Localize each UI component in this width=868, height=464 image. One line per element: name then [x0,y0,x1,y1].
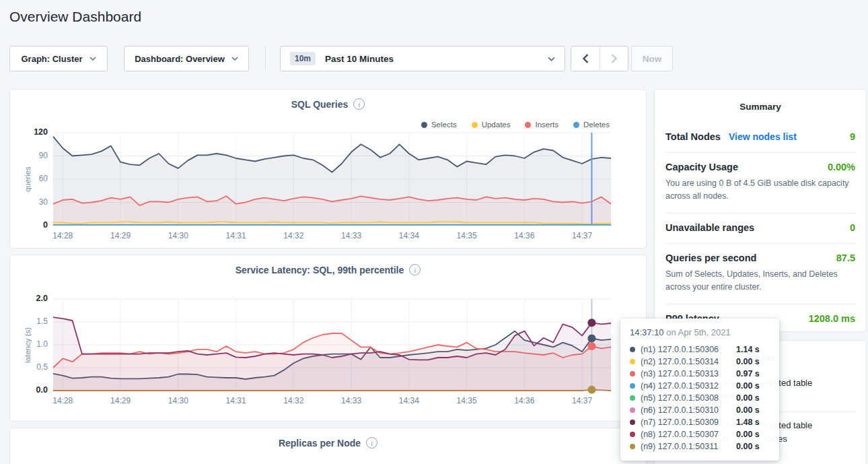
info-icon[interactable]: i [409,264,421,275]
tooltip-node-label: (n6) 127.0.0.1:50310 [641,405,736,415]
legend-dot-icon [525,122,531,128]
y-axis-tick: 0 [18,220,48,230]
legend-item-deletes[interactable]: Deletes [573,121,610,129]
tooltip-node-label: (n1) 127.0.0.1:50306 [641,345,736,354]
x-axis-tick: 14:31 [217,396,255,405]
summary-row: Capacity Usage0.00%You are using 0 B of … [665,153,855,213]
node-color-dot-icon [630,347,635,352]
dashboard-dropdown-label: Dashboard: Overview [135,54,225,64]
time-range-dropdown[interactable]: 10m Past 10 Minutes [280,46,565,71]
summary-row-main: Total NodesView nodes list9 [665,131,855,142]
summary-row-value: 0.00% [828,162,855,172]
legend-item-updates[interactable]: Updates [472,121,511,129]
time-prev-button[interactable] [571,46,600,71]
graph-dropdown[interactable]: Graph: Cluster [9,46,108,71]
x-axis-tick: 14:36 [505,396,543,405]
legend-label: Deletes [583,121,610,129]
legend-dot-icon [421,122,427,128]
y-axis-tick: 90 [18,151,48,160]
x-axis-tick: 14:37 [563,231,601,240]
summary-row-description: You are using 0 B of 4.5 GiB usable disk… [665,177,855,203]
summary-row-main: Unavailable ranges0 [665,222,855,233]
replicas-per-node-card: Replicas per Node i [9,428,647,464]
service-latency-plot[interactable] [53,299,611,391]
tooltip-node-row: (n7) 127.0.0.1:503091.48 s [630,416,770,428]
tooltip-timestamp: 14:37:10 on Apr 5th, 2021 [630,327,770,337]
chart-hover-tooltip: 14:37:10 on Apr 5th, 2021 (n1) 127.0.0.1… [620,319,779,461]
legend-item-selects[interactable]: Selects [421,121,457,129]
summary-title: Summary [655,90,866,112]
chevron-right-icon [611,54,617,63]
legend-label: Updates [482,121,511,129]
x-axis-tick: 14:34 [390,396,428,405]
tooltip-node-label: (n8) 127.0.0.1:50307 [641,430,736,439]
tooltip-node-row: (n5) 127.0.0.1:503080.00 s [630,392,770,404]
time-next-button[interactable] [600,46,628,71]
dashboard-dropdown[interactable]: Dashboard: Overview [124,46,249,71]
tooltip-node-row: (n2) 127.0.0.1:503140.00 s [630,356,770,368]
summary-row-value: 9 [850,131,855,142]
chevron-down-icon [548,57,555,61]
chart-title-sql-queries: SQL Queries [291,99,349,110]
tooltip-node-value: 0.97 s [736,369,760,378]
node-color-dot-icon [630,371,635,376]
summary-row: Total NodesView nodes list9 [665,123,855,153]
summary-row-main: Queries per second87.5 [665,253,855,263]
x-axis-tick: 14:32 [275,231,312,240]
node-color-dot-icon [630,407,635,413]
x-axis-tick: 14:31 [217,231,255,240]
tooltip-node-value: 1.14 s [736,345,760,354]
service-latency-card: Service Latency: SQL, 99th percentile i … [9,255,647,422]
summary-row-value: 87.5 [836,253,855,263]
legend-dot-icon [472,122,478,128]
now-button[interactable]: Now [631,46,673,71]
summary-row-main: Capacity Usage0.00% [665,162,855,172]
y-axis-tick: 60 [18,174,48,183]
graph-dropdown-label: Graph: Cluster [21,54,82,64]
sql-queries-card: SQL Queries i SelectsUpdatesInsertsDelet… [9,89,647,248]
legend-dot-icon [573,122,579,128]
legend-label: Selects [431,121,457,129]
chevron-down-icon [89,57,96,61]
info-icon[interactable]: i [353,98,365,110]
sql-queries-plot[interactable] [53,133,611,226]
tooltip-node-label: (n7) 127.0.0.1:50309 [641,418,736,427]
summary-row-label: Unavailable ranges [665,222,754,233]
legend-item-inserts[interactable]: Inserts [525,121,558,129]
summary-row-value: 0 [850,222,855,233]
x-axis-tick: 14:30 [159,231,197,240]
x-axis-tick: 14:37 [563,396,601,405]
summary-row: Unavailable ranges0 [665,213,855,244]
y-axis-tick: 1.0 [18,339,48,349]
tooltip-node-value: 0.00 s [736,381,760,391]
tooltip-node-value: 0.00 s [736,442,760,451]
x-axis-tick: 14:29 [102,396,139,405]
x-axis-tick: 14:36 [505,231,543,240]
tooltip-node-row: (n6) 127.0.0.1:503100.00 s [630,404,770,416]
tooltip-node-row: (n1) 127.0.0.1:503061.14 s [630,343,770,356]
node-color-dot-icon [630,444,635,449]
y-axis-tick: 0.5 [18,362,48,372]
x-axis-tick: 14:30 [159,396,197,405]
x-axis-tick: 14:32 [275,396,312,405]
info-icon[interactable]: i [366,437,377,449]
x-axis-tick: 14:35 [448,396,486,405]
summary-row-label: Queries per second [665,253,756,263]
y-axis-tick: 30 [18,197,48,207]
chevron-left-icon [583,54,589,63]
node-color-dot-icon [630,395,635,401]
x-axis-tick: 14:29 [102,231,139,240]
tooltip-node-value: 0.00 s [736,430,760,439]
tooltip-node-row: (n8) 127.0.0.1:503070.00 s [630,428,770,440]
tooltip-node-label: (n9) 127.0.0.1:50311 [641,442,736,451]
tooltip-node-label: (n4) 127.0.0.1:50312 [641,381,736,391]
x-axis-tick: 14:35 [448,231,486,240]
tooltip-node-label: (n3) 127.0.0.1:50313 [641,369,736,378]
y-axis-tick: 0.0 [18,385,48,395]
sql-chart-legend: SelectsUpdatesInsertsDeletes [421,121,610,129]
y-axis-tick: 1.5 [18,317,48,326]
node-color-dot-icon [630,432,635,437]
view-nodes-list-link[interactable]: View nodes list [729,131,797,142]
tooltip-node-label: (n2) 127.0.0.1:50314 [641,357,736,366]
x-axis-tick: 14:33 [332,231,370,240]
